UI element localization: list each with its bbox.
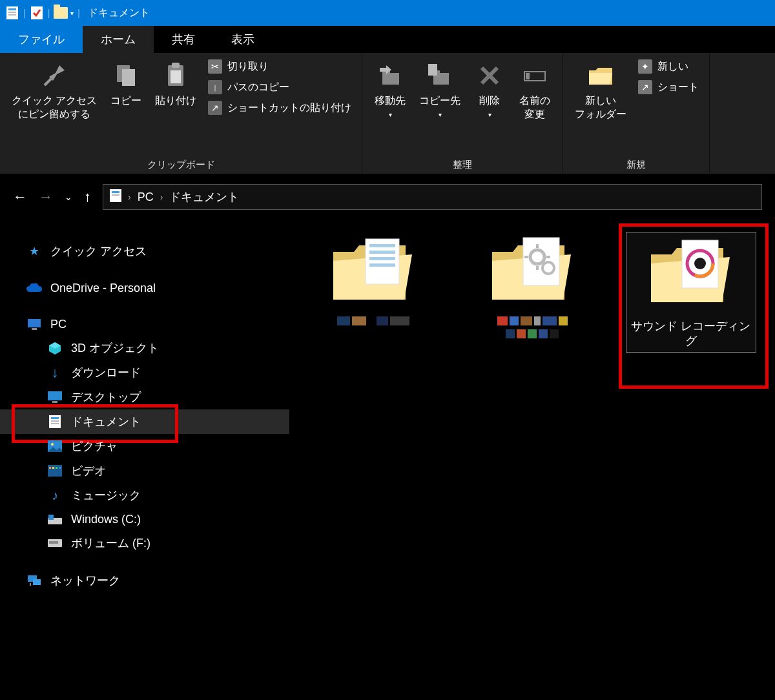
blurred-label (337, 316, 409, 325)
back-button[interactable]: ← (13, 189, 27, 205)
svg-rect-36 (56, 467, 57, 469)
clipboard-group-label: クリップボード (6, 156, 355, 171)
sidebar-pictures[interactable]: ピクチャ (0, 434, 289, 458)
delete-button[interactable]: 削除 ▾ (468, 57, 511, 121)
new-folder-button[interactable]: 新しい フォルダー (570, 57, 632, 124)
folder-item[interactable] (309, 232, 438, 325)
new-group-label: 新規 (570, 156, 703, 171)
chevron-down-icon: ▾ (439, 110, 442, 119)
move-to-icon (374, 59, 406, 92)
explorer-body: ★ クイック アクセス OneDrive - Personal PC 3D オブ… (0, 220, 775, 700)
sidebar-windows-c[interactable]: Windows (C:) (0, 508, 289, 531)
svg-rect-9 (172, 63, 180, 68)
address-bar[interactable]: › PC › ドキュメント (103, 184, 762, 210)
document-properties-icon[interactable] (5, 6, 19, 20)
copy-to-icon (424, 59, 456, 92)
move-to-button[interactable]: 移動先 ▾ (369, 57, 411, 121)
checklist-icon[interactable] (30, 6, 44, 20)
file-list[interactable]: サウンド レコーディング (289, 220, 775, 700)
svg-rect-21 (112, 191, 119, 193)
paste-shortcut-button[interactable]: ↗ ショートカットの貼り付け (204, 98, 355, 118)
sidebar-downloads[interactable]: ↓ ダウンロード (0, 360, 289, 385)
folder-item[interactable] (468, 232, 597, 338)
breadcrumb-separator: › (160, 192, 163, 202)
ribbon-tabs: ファイル ホーム 共有 表示 (0, 26, 775, 53)
cube-icon (46, 341, 63, 355)
svg-rect-48 (369, 257, 395, 260)
svg-rect-49 (369, 263, 395, 267)
svg-rect-15 (428, 64, 437, 76)
delete-icon (473, 59, 506, 92)
sidebar-onedrive[interactable]: OneDrive - Personal (0, 276, 289, 300)
drive-icon (46, 536, 63, 550)
new-shortcut-button[interactable]: ↗ ショート (634, 77, 703, 97)
svg-line-5 (45, 79, 51, 85)
svg-rect-22 (112, 194, 119, 196)
sidebar-quick-access[interactable]: ★ クイック アクセス (0, 239, 289, 263)
svg-rect-39 (48, 515, 54, 520)
sidebar-music[interactable]: ♪ ミュージック (0, 483, 289, 508)
navigation-pane: ★ クイック アクセス OneDrive - Personal PC 3D オブ… (0, 220, 289, 700)
breadcrumb-separator: › (128, 192, 131, 202)
sidebar-pc[interactable]: PC (0, 313, 289, 336)
forward-button[interactable]: → (39, 189, 53, 205)
svg-rect-24 (32, 328, 37, 330)
pin-icon (38, 59, 70, 92)
recent-locations-button[interactable]: ⌄ (65, 192, 72, 202)
svg-rect-41 (49, 541, 58, 544)
pin-quick-access-button[interactable]: クイック アクセス にピン留めする (6, 57, 102, 124)
breadcrumb-documents[interactable]: ドキュメント (169, 189, 239, 205)
up-button[interactable]: ↑ (84, 189, 91, 205)
ribbon: クイック アクセス にピン留めする コピー 貼り付け ✂ 切り取り (0, 53, 775, 174)
drive-icon (46, 512, 63, 526)
svg-rect-29 (51, 420, 59, 422)
svg-rect-23 (28, 319, 41, 327)
cut-button[interactable]: ✂ 切り取り (204, 57, 355, 76)
qat-separator: | (78, 8, 80, 18)
window-title: ドキュメント (88, 6, 150, 20)
copy-to-button[interactable]: コピー先 ▾ (414, 57, 466, 121)
document-icon (110, 189, 121, 205)
svg-rect-33 (48, 465, 62, 477)
svg-rect-19 (526, 73, 530, 79)
chevron-down-icon: ▾ (389, 110, 392, 119)
svg-rect-35 (52, 467, 54, 469)
sidebar-videos[interactable]: ビデオ (0, 458, 289, 483)
sidebar-3d-objects[interactable]: 3D オブジェクト (0, 336, 289, 360)
new-item-button[interactable]: ✦ 新しい (634, 57, 703, 76)
sidebar-network[interactable]: ネットワーク (0, 568, 289, 593)
svg-rect-2 (8, 12, 16, 13)
svg-rect-37 (59, 467, 61, 469)
copy-button[interactable]: コピー (105, 57, 147, 110)
paste-button[interactable]: 貼り付け (150, 57, 202, 110)
document-icon (46, 415, 63, 429)
sidebar-desktop[interactable]: デスクトップ (0, 385, 289, 409)
shortcut-icon: ↗ (208, 101, 222, 115)
tab-view[interactable]: 表示 (213, 26, 273, 53)
sidebar-documents[interactable]: ドキュメント (0, 409, 289, 434)
copy-path-button[interactable]: ｜ パスのコピー (204, 77, 355, 97)
breadcrumb-pc[interactable]: PC (138, 190, 154, 204)
video-icon (46, 464, 63, 478)
pictures-icon (46, 439, 63, 453)
chevron-down-icon[interactable]: ▾ (70, 10, 74, 17)
tab-file[interactable]: ファイル (0, 26, 83, 53)
chevron-down-icon: ▾ (488, 110, 491, 119)
sidebar-volume-f[interactable]: ボリューム (F:) (0, 531, 289, 555)
folder-icon[interactable] (54, 6, 68, 20)
tab-share[interactable]: 共有 (154, 26, 213, 53)
svg-rect-7 (122, 69, 135, 86)
star-icon: ★ (26, 244, 43, 258)
folder-sound-recording[interactable]: サウンド レコーディング (626, 232, 756, 352)
svg-rect-28 (51, 417, 59, 419)
svg-rect-3 (8, 14, 16, 15)
svg-rect-11 (382, 73, 399, 85)
rename-button[interactable]: 名前の 変更 (513, 57, 556, 124)
blurred-label (497, 316, 568, 338)
folder-documents-icon (328, 232, 418, 310)
tab-home[interactable]: ホーム (83, 26, 154, 53)
ribbon-group-new: 新しい フォルダー ✦ 新しい ↗ ショート 新規 (563, 53, 710, 174)
download-icon: ↓ (46, 365, 63, 380)
shortcut-new-icon: ↗ (638, 80, 652, 94)
new-folder-icon (584, 59, 617, 92)
